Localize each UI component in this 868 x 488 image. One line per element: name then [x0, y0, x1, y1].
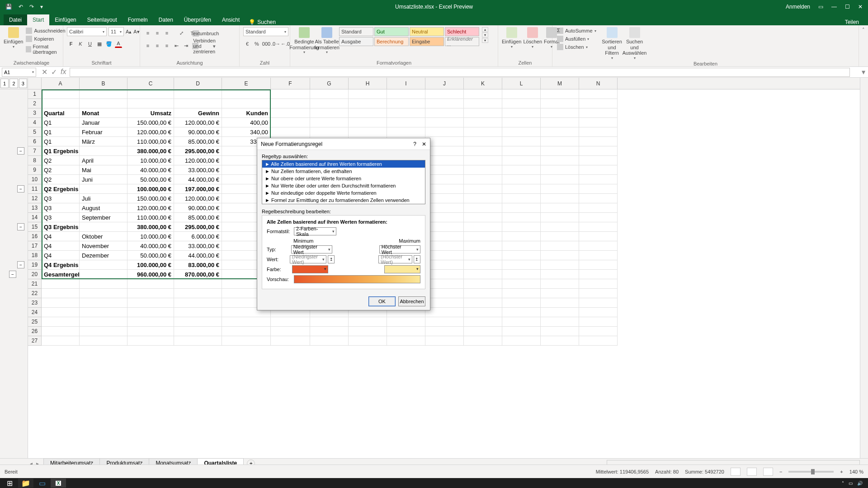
cell[interactable]: [127, 327, 174, 336]
clear-button[interactable]: Löschen▾: [556, 43, 597, 51]
cell[interactable]: [80, 327, 127, 336]
cell[interactable]: [464, 203, 502, 213]
cell[interactable]: [502, 308, 541, 317]
cut-button[interactable]: Ausschneiden: [25, 27, 66, 34]
cell[interactable]: Q1 Ergebnis: [42, 146, 80, 156]
cell[interactable]: [541, 232, 579, 241]
cell[interactable]: 50.000,00 €: [127, 175, 174, 184]
cell[interactable]: [42, 336, 80, 346]
cell[interactable]: Q4: [42, 241, 80, 251]
cell[interactable]: [425, 251, 464, 260]
cell[interactable]: 6.000,00 €: [174, 232, 222, 241]
cell[interactable]: 120.000,00 €: [174, 118, 222, 127]
autosum-button[interactable]: ΣAutoSumme▾: [556, 27, 597, 34]
row-header[interactable]: 9: [28, 165, 42, 175]
cell[interactable]: [80, 146, 127, 156]
cell[interactable]: 340,00: [222, 127, 271, 137]
cell[interactable]: [502, 298, 541, 308]
cell[interactable]: [464, 336, 502, 346]
tab-formulas[interactable]: Formeln: [123, 14, 153, 25]
cell[interactable]: [502, 146, 541, 156]
cell[interactable]: Q3: [42, 203, 80, 213]
cell[interactable]: [579, 222, 618, 232]
cell[interactable]: [579, 260, 618, 270]
row-header[interactable]: 21: [28, 279, 42, 289]
cell[interactable]: [579, 251, 618, 260]
indent-dec-icon[interactable]: ⇤: [172, 42, 180, 50]
outline-level-3[interactable]: 3: [19, 79, 27, 88]
cell[interactable]: [579, 203, 618, 213]
cell[interactable]: Quartal: [42, 108, 80, 118]
rule-item-1[interactable]: ► Nur Zellen formatieren, die enthalten: [262, 168, 425, 175]
orientation-icon[interactable]: ⤢: [177, 29, 185, 37]
cell[interactable]: [579, 241, 618, 251]
style-schlecht[interactable]: Schlecht: [445, 27, 479, 36]
font-color-button[interactable]: A: [114, 40, 123, 48]
cell[interactable]: Q2: [42, 165, 80, 175]
formatstil-combo[interactable]: 2-Farben-Skala: [294, 227, 336, 235]
worksheet[interactable]: ABCDEFGHIJKLMN 123QuartalMonatUmsatzGewi…: [28, 78, 860, 458]
cell[interactable]: [80, 184, 127, 194]
cell[interactable]: Kunden: [222, 108, 271, 118]
cell[interactable]: [425, 222, 464, 232]
cell[interactable]: [579, 317, 618, 327]
style-gut[interactable]: Gut: [374, 27, 409, 36]
cell[interactable]: [464, 146, 502, 156]
col-header-G[interactable]: G: [310, 78, 349, 89]
row-header[interactable]: 11: [28, 184, 42, 194]
cell[interactable]: [222, 317, 271, 327]
cell[interactable]: [174, 279, 222, 289]
expand-fx-icon[interactable]: ▾: [859, 68, 868, 76]
cell[interactable]: [502, 260, 541, 270]
comma-icon[interactable]: 000: [262, 40, 270, 48]
style-erklaer[interactable]: Erklärender ...: [445, 37, 479, 46]
formula-input[interactable]: [70, 68, 850, 77]
cell[interactable]: [541, 241, 579, 251]
cell[interactable]: April: [80, 156, 127, 165]
align-mid-icon[interactable]: ≡: [153, 29, 161, 37]
col-header-H[interactable]: H: [349, 78, 387, 89]
cell[interactable]: [425, 165, 464, 175]
cell[interactable]: Q1: [42, 137, 80, 146]
cell[interactable]: 400,00: [222, 118, 271, 127]
cell[interactable]: 110.000,00 €: [127, 137, 174, 146]
conditional-formatting-button[interactable]: Bedingte Formatierung▾: [294, 27, 315, 54]
cell[interactable]: [502, 222, 541, 232]
cell[interactable]: [310, 118, 349, 127]
cell[interactable]: 120.000,00 €: [174, 194, 222, 203]
cell[interactable]: [579, 108, 618, 118]
cell[interactable]: 100.000,00 €: [127, 184, 174, 194]
cell[interactable]: [425, 213, 464, 222]
zoom-out-icon[interactable]: −: [779, 469, 782, 474]
maximize-icon[interactable]: ☐: [845, 4, 850, 10]
name-box[interactable]: A1▾: [2, 68, 36, 77]
cell[interactable]: [579, 232, 618, 241]
row-header[interactable]: 2: [28, 99, 42, 108]
tab-insert[interactable]: Einfügen: [49, 14, 81, 25]
cell[interactable]: [42, 317, 80, 327]
cell[interactable]: [541, 270, 579, 279]
cell[interactable]: [387, 108, 425, 118]
cell[interactable]: [42, 327, 80, 336]
cell[interactable]: [579, 118, 618, 127]
cell[interactable]: [541, 251, 579, 260]
cell[interactable]: [579, 289, 618, 298]
tab-data[interactable]: Daten: [153, 14, 179, 25]
cell[interactable]: [464, 156, 502, 165]
col-header-A[interactable]: A: [42, 78, 80, 89]
cell[interactable]: [425, 298, 464, 308]
cell[interactable]: 44.000,00 €: [174, 251, 222, 260]
cell[interactable]: [502, 336, 541, 346]
row-header[interactable]: 22: [28, 289, 42, 298]
fill-button[interactable]: Ausfüllen▾: [556, 35, 597, 42]
cell[interactable]: [425, 175, 464, 184]
rule-item-0[interactable]: ► Alle Zellen basierend auf ihren Werten…: [262, 160, 425, 168]
cell[interactable]: [80, 222, 127, 232]
style-eingabe[interactable]: Eingabe: [410, 37, 444, 46]
redo-icon[interactable]: ↷: [29, 4, 34, 10]
cell[interactable]: [425, 108, 464, 118]
cell[interactable]: [502, 108, 541, 118]
cell[interactable]: 120.000,00 €: [127, 203, 174, 213]
cell[interactable]: Q4: [42, 251, 80, 260]
cell[interactable]: [271, 108, 310, 118]
